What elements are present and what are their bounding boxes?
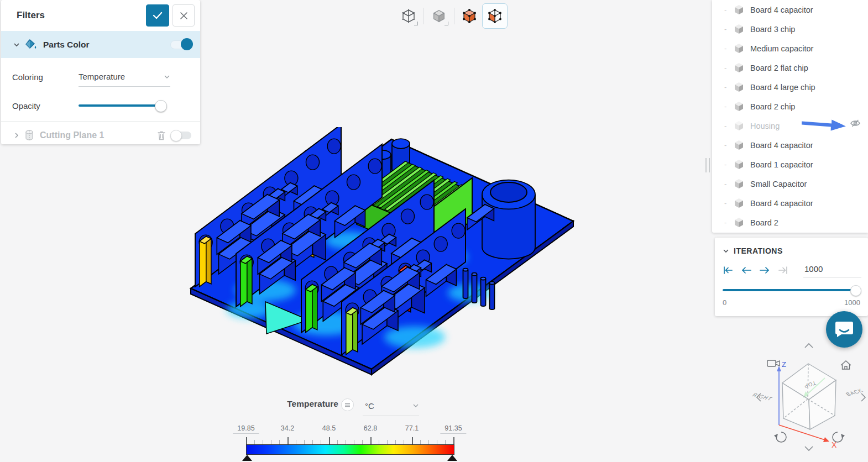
part-cube-icon — [734, 82, 744, 92]
part-row[interactable]: -Small Capacitor — [712, 174, 868, 193]
coloring-dropdown[interactable]: Temperature — [79, 67, 170, 87]
filters-header: Filters — [1, 0, 200, 31]
selected-cube-icon — [461, 8, 478, 24]
part-row[interactable]: -Board 4 large chip — [712, 77, 868, 97]
unit-dropdown[interactable]: °C — [363, 396, 419, 416]
rotate-right-chevron[interactable] — [861, 393, 865, 401]
part-cube-icon — [734, 101, 744, 112]
camera-icon[interactable] — [767, 360, 780, 366]
part-row[interactable]: -Board 4 capacitor — [712, 193, 868, 213]
part-cube-icon — [734, 217, 744, 228]
application-window: Filters Parts Color Coloring Temperature — [0, 0, 868, 462]
legend-tick-marks — [246, 437, 454, 444]
coloring-value: Temperature — [79, 72, 164, 81]
chevron-down-icon — [723, 248, 729, 254]
rotate-up-chevron[interactable] — [805, 344, 813, 348]
toggle-knob — [181, 38, 193, 50]
parts-list-panel: -Board 4 capacitor -Board 3 chip -Medium… — [712, 0, 868, 233]
hidden-eye-icon[interactable] — [850, 118, 861, 130]
apply-filters-button[interactable] — [146, 4, 169, 27]
highlight-parts-view-button[interactable] — [457, 3, 482, 29]
part-row[interactable]: -Medium capacitor — [712, 39, 868, 58]
solid-view-button[interactable] — [426, 3, 452, 29]
rotate-ccw-icon[interactable] — [774, 432, 786, 442]
dropdown-corner-mark — [445, 22, 448, 25]
coloring-label: Coloring — [12, 72, 79, 82]
scale-tick: 77.1 — [405, 424, 419, 432]
parts-color-section-row[interactable]: Parts Color — [1, 31, 200, 58]
iterations-title: ITERATIONS — [734, 246, 783, 255]
panel-resize-handle[interactable] — [705, 158, 710, 172]
iteration-range-max: 1000 — [844, 298, 860, 307]
cutting-plane-label: Cutting Plane 1 — [40, 130, 157, 140]
chevron-right-icon — [13, 132, 20, 139]
opacity-slider-track — [79, 104, 161, 107]
scale-max-handle[interactable] — [447, 455, 457, 461]
color-scale-bar[interactable] — [246, 444, 454, 455]
svg-text:X: X — [832, 440, 837, 449]
isolated-face-cube-icon — [487, 8, 503, 24]
opacity-label: Opacity — [12, 101, 79, 111]
scale-tick: 48.5 — [322, 424, 336, 432]
first-iteration-button[interactable] — [723, 266, 734, 275]
legend-menu-button[interactable] — [341, 398, 354, 411]
opacity-slider[interactable] — [79, 100, 161, 111]
filters-panel: Filters Parts Color Coloring Temperature — [1, 0, 200, 144]
iteration-value-input[interactable]: 1000 — [803, 263, 861, 277]
rotate-down-chevron[interactable] — [805, 447, 813, 450]
delete-cutting-plane-button[interactable] — [157, 130, 166, 140]
opacity-slider-knob[interactable] — [155, 100, 167, 112]
scale-min-handle[interactable] — [242, 455, 252, 461]
part-row[interactable]: -Board 2 chip — [712, 97, 868, 116]
scale-min-input[interactable]: 19.85 — [233, 424, 259, 434]
parts-color-label: Parts Color — [43, 40, 170, 50]
part-cube-icon — [734, 120, 744, 131]
parts-color-toggle[interactable] — [170, 40, 191, 49]
iterations-collapse-header[interactable]: ITERATIONS — [715, 238, 868, 255]
part-row[interactable]: -Board 4 capacitor — [712, 0, 868, 19]
cutting-plane-icon — [24, 130, 34, 141]
scale-max-input[interactable]: 91.35 — [440, 424, 466, 434]
filters-title: Filters — [17, 10, 146, 21]
part-cube-icon — [734, 159, 744, 170]
part-row-housing[interactable]: -Housing — [712, 116, 868, 135]
part-row[interactable]: -Board 1 capacitor — [712, 155, 868, 174]
last-iteration-button[interactable] — [777, 266, 788, 275]
iteration-range-min: 0 — [723, 298, 726, 307]
part-row[interactable]: -Board 2 — [712, 213, 868, 232]
cutting-plane-row[interactable]: Cutting Plane 1 — [1, 122, 200, 149]
iteration-slider[interactable] — [723, 285, 860, 295]
orientation-cube-widget[interactable]: Z X TOP RIGHT BACK — [751, 338, 868, 455]
part-row[interactable]: -Board 3 chip — [712, 19, 868, 39]
cube-label-right: RIGHT — [751, 392, 773, 402]
scale-tick: 62.8 — [364, 424, 377, 432]
close-filters-button[interactable] — [172, 4, 195, 27]
chevron-down-icon — [164, 74, 170, 80]
3d-viewport[interactable] — [182, 127, 581, 376]
trash-icon — [157, 130, 166, 140]
view-cube[interactable] — [782, 364, 836, 429]
part-cube-icon — [734, 43, 744, 54]
isolate-part-view-button[interactable] — [482, 3, 508, 29]
chevron-down-icon — [13, 41, 20, 48]
part-row[interactable]: -Board 2 flat chip — [712, 58, 868, 77]
iteration-slider-track — [723, 289, 856, 291]
unit-value: °C — [365, 401, 412, 411]
cutting-plane-toggle[interactable] — [171, 132, 191, 139]
previous-iteration-button[interactable] — [741, 266, 752, 275]
menu-icon — [345, 403, 350, 407]
legend-title: Temperature — [287, 399, 338, 409]
wireframe-view-button[interactable] — [396, 3, 421, 29]
part-cube-icon — [734, 4, 744, 15]
part-cube-icon — [734, 24, 744, 34]
toggle-knob — [170, 130, 182, 141]
chat-bubble-icon — [835, 321, 854, 338]
color-legend: Temperature °C 19.85 34.2 48.5 62.8 77.1… — [246, 395, 453, 461]
part-row[interactable]: -Board 4 capacitor — [712, 135, 868, 155]
next-iteration-button[interactable] — [759, 266, 770, 275]
part-cube-icon — [734, 179, 744, 189]
part-cube-icon — [734, 198, 744, 208]
iteration-slider-knob[interactable] — [850, 285, 861, 296]
home-icon[interactable] — [841, 361, 851, 369]
close-icon — [180, 12, 187, 19]
